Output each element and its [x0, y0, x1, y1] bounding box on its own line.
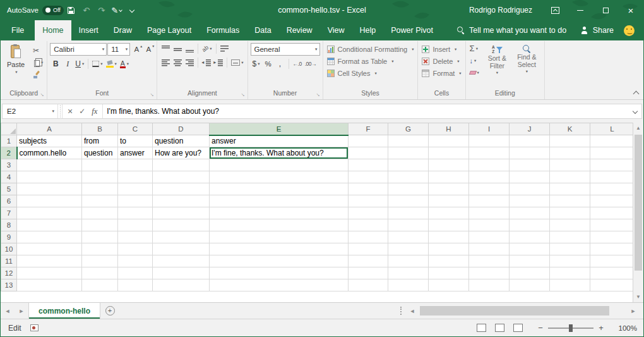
cell-F10[interactable] [349, 243, 388, 255]
cell-K2[interactable] [550, 147, 590, 159]
cell-J11[interactable] [510, 255, 550, 267]
cell-K9[interactable] [550, 231, 590, 243]
align-top-button[interactable] [160, 43, 171, 54]
close-button[interactable]: × [618, 0, 643, 20]
cell-D4[interactable] [153, 171, 210, 183]
page-layout-view-button[interactable] [495, 324, 504, 332]
cell-F9[interactable] [349, 231, 388, 243]
page-break-view-button[interactable] [513, 324, 523, 332]
row-header-6[interactable]: 6 [1, 195, 17, 207]
column-header-D[interactable]: D [153, 123, 210, 135]
cell-D11[interactable] [153, 255, 210, 267]
cell-D2[interactable]: How are you? [153, 147, 210, 159]
cell-E11[interactable] [210, 255, 349, 267]
cell-H1[interactable] [429, 135, 469, 147]
cell-D5[interactable] [153, 183, 210, 195]
cell-A7[interactable] [17, 207, 82, 219]
redo-button[interactable]: ↷ [94, 0, 109, 20]
cell-G11[interactable] [388, 255, 429, 267]
cell-K8[interactable] [550, 219, 590, 231]
accounting-format-button[interactable]: $▾ [251, 58, 262, 70]
format-painter-button[interactable] [32, 70, 44, 80]
cell-E10[interactable] [210, 243, 349, 255]
format-cells-button[interactable]: Format ▾ [420, 67, 462, 79]
decrease-indent-button[interactable] [201, 57, 212, 68]
expand-formula-bar-button[interactable] [629, 104, 641, 118]
cell-A6[interactable] [17, 195, 82, 207]
cell-L2[interactable] [590, 147, 635, 159]
record-macro-icon[interactable] [30, 324, 39, 331]
increase-indent-button[interactable] [213, 57, 224, 68]
cell-F13[interactable] [349, 279, 388, 291]
number-format-select[interactable]: General▾ [251, 43, 320, 56]
cell-L7[interactable] [590, 207, 635, 219]
cell-B7[interactable] [82, 207, 118, 219]
cell-L10[interactable] [590, 243, 635, 255]
cell-K10[interactable] [550, 243, 590, 255]
row-header-1[interactable]: 1 [1, 135, 17, 147]
cell-K13[interactable] [550, 279, 590, 291]
scroll-down-button[interactable]: ▼ [633, 291, 643, 302]
cell-E2[interactable]: I'm fine, thanks. What about you? [210, 147, 349, 159]
cell-E13[interactable] [210, 279, 349, 291]
cell-I3[interactable] [469, 159, 510, 171]
cell-I10[interactable] [469, 243, 510, 255]
cell-H7[interactable] [429, 207, 469, 219]
cell-D3[interactable] [153, 159, 210, 171]
cell-B8[interactable] [82, 219, 118, 231]
cell-G6[interactable] [388, 195, 429, 207]
bold-button[interactable]: B [50, 58, 61, 70]
cell-H11[interactable] [429, 255, 469, 267]
cell-C7[interactable] [118, 207, 153, 219]
italic-button[interactable]: I [62, 58, 73, 70]
cell-I7[interactable] [469, 207, 510, 219]
cell-A9[interactable] [17, 231, 82, 243]
column-header-C[interactable]: C [118, 123, 153, 135]
cell-B4[interactable] [82, 171, 118, 183]
cell-J8[interactable] [510, 219, 550, 231]
cell-E1[interactable]: answer [210, 135, 349, 147]
cell-J1[interactable] [510, 135, 550, 147]
cell-H2[interactable] [429, 147, 469, 159]
column-header-I[interactable]: I [469, 123, 510, 135]
cell-B13[interactable] [82, 279, 118, 291]
cell-H3[interactable] [429, 159, 469, 171]
cell-F6[interactable] [349, 195, 388, 207]
cell-L12[interactable] [590, 267, 635, 279]
inking-button[interactable]: ✎ [109, 0, 124, 20]
cell-I2[interactable] [469, 147, 510, 159]
cell-G4[interactable] [388, 171, 429, 183]
row-header-11[interactable]: 11 [1, 255, 17, 267]
row-header-8[interactable]: 8 [1, 219, 17, 231]
cell-B11[interactable] [82, 255, 118, 267]
cell-I8[interactable] [469, 219, 510, 231]
cell-G3[interactable] [388, 159, 429, 171]
row-header-13[interactable]: 13 [1, 279, 17, 291]
tab-insert[interactable]: Insert [71, 20, 106, 40]
zoom-out-button[interactable]: − [535, 323, 546, 333]
cell-A2[interactable]: common.hello [17, 147, 82, 159]
cell-C2[interactable]: answer [118, 147, 153, 159]
cell-A12[interactable] [17, 267, 82, 279]
row-header-7[interactable]: 7 [1, 207, 17, 219]
cell-E8[interactable] [210, 219, 349, 231]
cell-C4[interactable] [118, 171, 153, 183]
zoom-percentage[interactable]: 100% [607, 324, 637, 332]
cell-J2[interactable] [510, 147, 550, 159]
tab-formulas[interactable]: Formulas [199, 20, 247, 40]
row-header-5[interactable]: 5 [1, 183, 17, 195]
v-scroll-thumb[interactable] [635, 135, 642, 271]
cell-I11[interactable] [469, 255, 510, 267]
cell-G9[interactable] [388, 231, 429, 243]
cell-G12[interactable] [388, 267, 429, 279]
decrease-font-size-button[interactable]: A▾ [143, 44, 154, 55]
column-header-F[interactable]: F [349, 123, 388, 135]
underline-button[interactable]: U▾ [74, 58, 85, 70]
format-as-table-button[interactable]: Format as Table ▾ [326, 55, 415, 67]
row-header-3[interactable]: 3 [1, 159, 17, 171]
comma-style-button[interactable]: , [275, 58, 286, 70]
font-color-button[interactable]: A▾ [119, 58, 130, 70]
cell-D7[interactable] [153, 207, 210, 219]
maximize-button[interactable] [593, 0, 618, 20]
cell-J13[interactable] [510, 279, 550, 291]
